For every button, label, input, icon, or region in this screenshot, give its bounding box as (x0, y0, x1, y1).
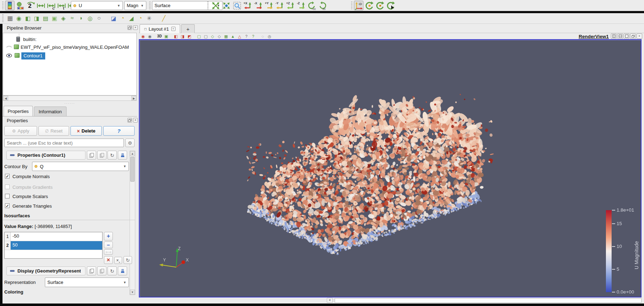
set-view-minus-y-icon[interactable]: -Y (275, 1, 284, 10)
close-tab-icon[interactable]: × (171, 27, 176, 31)
render-view-label[interactable]: RenderView1 (569, 34, 609, 39)
visibility-on-eye-icon[interactable] (6, 53, 12, 58)
split-view-left-icon[interactable]: ◧ (173, 34, 179, 39)
reset-display-button[interactable]: ↻ (108, 266, 117, 275)
section-display[interactable]: Display (GeometryRepresent (6, 266, 85, 275)
extract-subset-icon[interactable]: ▣ (50, 14, 59, 22)
rescale-to-custom-range-icon[interactable]: 2 (26, 1, 35, 10)
select-cells-rectangle-icon[interactable]: ▢ (196, 34, 202, 39)
toolbar-drag-handle[interactable] (149, 1, 151, 9)
rescale-to-data-range-icon[interactable] (36, 1, 46, 10)
warp-by-vector-icon[interactable]: ◗ (77, 14, 85, 22)
reset-camera-icon[interactable] (211, 1, 220, 10)
scroll-down-icon[interactable]: ▼ (130, 290, 135, 295)
select-points-rectangle-icon[interactable]: ▢ (203, 34, 209, 39)
apply-button[interactable]: ⚙ Apply (4, 126, 37, 136)
select-points-polygon-icon[interactable]: ◇ (216, 34, 222, 39)
hover-cells-icon[interactable]: ? (244, 34, 249, 39)
float-panel-button[interactable] (127, 118, 132, 123)
copy-properties-button[interactable] (87, 151, 96, 160)
tab-properties[interactable]: Properties (4, 106, 33, 116)
restore-defaults-values-button[interactable]: ↻ (124, 256, 132, 264)
section-properties-contour1[interactable]: Properties (Contour1) (6, 151, 85, 160)
add-value-button[interactable]: + (104, 232, 113, 240)
toolbar-drag-handle[interactable] (2, 1, 4, 9)
edit-color-map-icon[interactable] (5, 1, 15, 10)
help-button[interactable]: ? (103, 126, 135, 136)
capture-screenshot-icon[interactable]: ▣ (163, 34, 169, 39)
ungroup-icon[interactable]: ○ (95, 14, 103, 22)
pipeline-item-openfoam[interactable]: EWT_PfV_wF_piso_timeVarying_WALE.OpenFOA… (3, 44, 137, 50)
toolbar-drag-handle[interactable] (2, 14, 4, 22)
copy-display-button[interactable] (87, 266, 96, 275)
scroll-left-icon[interactable]: ◀ (3, 96, 8, 100)
calculator-icon[interactable]: ▦ (6, 14, 14, 22)
zoom-to-data-icon[interactable] (221, 1, 231, 10)
checkbox-label[interactable]: Generate Triangles (12, 203, 52, 209)
float-view-button[interactable] (630, 33, 636, 39)
interactive-select-points-icon[interactable]: △ (237, 34, 242, 39)
render-viewport[interactable]: Z Y X 1.8e+01151050.0e+00 U Magnitude (139, 39, 642, 297)
slice-icon[interactable]: ◨ (32, 14, 41, 22)
vector-component-select[interactable]: Magnitu ▼ (124, 1, 146, 10)
search-input[interactable] (4, 139, 124, 147)
scroll-up-icon[interactable]: ▲ (130, 151, 135, 156)
set-view-minus-x-icon[interactable]: -X (253, 1, 263, 10)
pick-center-of-rotation-icon[interactable] (375, 1, 385, 10)
dock-splitter[interactable]: ······ (3, 102, 137, 105)
representation-select[interactable]: Surface ▼ (45, 278, 129, 287)
hover-points-icon[interactable]: ? (250, 34, 256, 39)
scene-canvas[interactable] (140, 41, 642, 297)
set-view-minus-z-icon[interactable]: -Z (296, 1, 306, 10)
split-view-down-icon[interactable]: ◨ (180, 34, 185, 39)
clip-icon[interactable]: ◧ (23, 14, 32, 22)
abort-progress-button[interactable]: × (327, 298, 333, 303)
show-orientation-axes-icon[interactable] (354, 1, 363, 10)
reset-defaults-button[interactable]: ↻ (108, 151, 117, 160)
temporal-interpolator-icon[interactable]: ✳ (145, 14, 153, 22)
select-cells-polygon-icon[interactable]: ◇ (210, 34, 215, 39)
isosurface-row[interactable]: 2 50 (5, 241, 102, 250)
set-view-plus-z-icon[interactable]: +Z (286, 1, 295, 10)
add-range-button[interactable]: ⊢⊣ (104, 249, 113, 255)
close-panel-button[interactable]: × (133, 25, 138, 30)
use-separate-color-map-icon[interactable] (15, 1, 25, 10)
isosurface-row[interactable]: 1 -50 (5, 232, 102, 241)
select-block-icon[interactable]: ▦ (223, 34, 229, 39)
checkbox-label[interactable]: Compute Scalars (12, 194, 48, 199)
tab-information[interactable]: Information (34, 107, 67, 116)
reset-button[interactable]: ∅ Reset (38, 126, 69, 136)
remove-value-button[interactable]: − (104, 242, 113, 248)
properties-scrollbar[interactable]: ▲ ▼ (130, 151, 135, 295)
set-view-plus-x-icon[interactable]: +X (243, 1, 252, 10)
checkbox-compute-normals[interactable]: ✓ (5, 174, 10, 178)
plot-data-over-time-icon[interactable]: ◔ (136, 14, 145, 22)
rescale-over-all-timesteps-icon[interactable]: C (46, 1, 56, 10)
close-panel-button[interactable]: × (133, 118, 138, 123)
save-defaults-button[interactable] (118, 151, 127, 160)
rotate-90-counterclockwise-icon[interactable]: -90 (318, 1, 327, 10)
threshold-icon[interactable]: ▤ (41, 14, 50, 22)
rescale-to-temporal-range-icon[interactable]: t (57, 1, 66, 10)
grow-selection-icon[interactable]: ◌ (260, 34, 266, 39)
pipeline-item-builtin[interactable]: builtin: (3, 36, 137, 42)
show-center-of-rotation-icon[interactable] (365, 1, 374, 10)
zoom-to-box-icon[interactable] (232, 1, 242, 10)
split-vertical-button[interactable] (617, 33, 623, 39)
contour-icon[interactable]: ◉ (15, 14, 23, 22)
isosurface-value[interactable]: 50 (11, 241, 102, 250)
pipeline-item-contour1[interactable]: Contour1 (3, 52, 137, 59)
rotate-90-clockwise-icon[interactable]: +90 (307, 1, 316, 10)
group-datasets-icon[interactable]: ◎ (86, 14, 94, 22)
plot-over-line-icon[interactable]: ◢ (127, 14, 136, 22)
save-display-button[interactable] (118, 266, 127, 275)
interactive-select-cells-icon[interactable]: ▲ (230, 34, 236, 39)
split-view-both-icon[interactable]: ◩ (187, 34, 192, 39)
ruler-icon[interactable]: ╱ (159, 14, 168, 22)
delete-button[interactable]: × Delete (70, 126, 102, 136)
camera-redo-icon[interactable]: ◉ (147, 34, 153, 39)
toolbar-drag-handle[interactable] (207, 1, 209, 9)
reset-center-of-rotation-icon[interactable] (386, 1, 396, 10)
paste-display-button[interactable] (97, 266, 106, 275)
color-by-array-select[interactable]: U ▼ (71, 1, 123, 10)
